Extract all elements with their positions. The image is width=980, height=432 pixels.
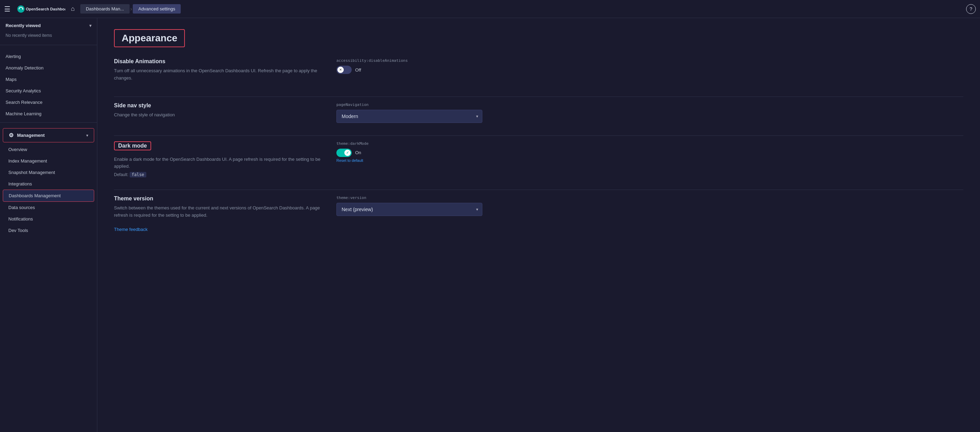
setting-dark-mode-desc: Enable a dark mode for the OpenSearch Da… — [114, 156, 323, 170]
theme-version-select-wrapper: Next (preview) v7 ▾ — [336, 203, 482, 216]
sidebar-item-search-relevance[interactable]: Search Relevance — [0, 97, 97, 108]
setting-theme-version: Theme version Switch between the themes … — [114, 195, 963, 232]
breadcrumb-separator: › — [130, 6, 132, 12]
help-icon[interactable]: ? — [966, 4, 976, 14]
sidebar-sub-item-overview[interactable]: Overview — [0, 144, 97, 155]
no-recently-viewed: No recently viewed items — [0, 32, 97, 42]
sidebar-sub-item-data-sources[interactable]: Data sources — [0, 202, 97, 213]
setting-side-nav-style: Side nav style Change the style of navig… — [114, 102, 963, 123]
management-section-header[interactable]: ⚙ Management ▾ — [3, 128, 94, 142]
sidebar-item-maps[interactable]: Maps — [0, 74, 97, 85]
page-title-box: Appearance — [114, 29, 185, 47]
section-divider-3 — [114, 190, 963, 190]
recently-viewed-label: Recently viewed — [6, 23, 41, 28]
toggle-dark-mode-label: On — [355, 150, 361, 155]
setting-dark-mode-title: Dark mode — [114, 141, 151, 150]
svg-point-1 — [22, 8, 24, 10]
topbar-right: ? — [966, 4, 976, 14]
home-icon[interactable]: ⌂ — [69, 3, 77, 14]
setting-dark-mode: Dark mode Enable a dark mode for the Ope… — [114, 141, 963, 178]
breadcrumb-dashboards-management[interactable]: Dashboards Man... — [80, 4, 130, 14]
recently-viewed-header[interactable]: Recently viewed ▾ — [0, 18, 97, 32]
sidebar-item-alerting[interactable]: Alerting — [0, 51, 97, 62]
setting-dark-mode-default: Default: false — [114, 172, 323, 177]
toggle-row-animations: ✕ Off — [336, 66, 482, 74]
sidebar-sub-item-notifications[interactable]: Notifications — [0, 213, 97, 225]
setting-disable-animations-title: Disable Animations — [114, 58, 323, 65]
management-chevron-icon: ▾ — [86, 133, 88, 138]
gear-icon: ⚙ — [9, 132, 14, 138]
sidebar-item-security-analytics[interactable]: Security Analytics — [0, 85, 97, 97]
sidebar-divider-1 — [0, 45, 97, 45]
recently-viewed-chevron-icon: ▾ — [89, 23, 91, 28]
setting-theme-version-right: theme:version Next (preview) v7 ▾ — [336, 195, 482, 216]
setting-side-nav-left: Side nav style Change the style of navig… — [114, 102, 323, 121]
setting-side-nav-title: Side nav style — [114, 102, 323, 109]
svg-point-0 — [18, 5, 25, 13]
side-nav-select-wrapper: Modern Classic ▾ — [336, 110, 482, 123]
toggle-row-dark-mode: ✓ On — [336, 149, 482, 157]
toggle-slider-on[interactable]: ✓ — [336, 149, 352, 157]
section-divider-1 — [114, 97, 963, 97]
opensearch-logo-svg: OpenSearch Dashboards — [17, 4, 65, 14]
setting-dark-mode-key: theme:darkMode — [336, 141, 482, 146]
setting-theme-version-title: Theme version — [114, 195, 323, 202]
toggle-dark-mode[interactable]: ✓ — [336, 149, 352, 157]
toggle-check-icon: ✓ — [344, 150, 351, 156]
setting-side-nav-desc: Change the style of navigation — [114, 111, 323, 119]
toggle-slider-off[interactable]: ✕ — [336, 66, 352, 74]
sidebar-sub-item-dev-tools[interactable]: Dev Tools — [0, 225, 97, 236]
sidebar: Recently viewed ▾ No recently viewed ite… — [0, 18, 97, 432]
sidebar-item-anomaly-detection[interactable]: Anomaly Detection — [0, 62, 97, 74]
setting-side-nav-right: pageNavigation Modern Classic ▾ — [336, 102, 482, 123]
setting-theme-version-left: Theme version Switch between the themes … — [114, 195, 323, 232]
toggle-disable-animations[interactable]: ✕ — [336, 66, 352, 74]
sidebar-sub-item-integrations[interactable]: Integrations — [0, 178, 97, 190]
sidebar-divider-2 — [0, 122, 97, 122]
breadcrumb-advanced-settings[interactable]: Advanced settings — [133, 4, 181, 14]
setting-disable-animations-left: Disable Animations Turn off all unnecess… — [114, 58, 323, 84]
management-label: Management — [17, 133, 45, 138]
theme-feedback-link[interactable]: Theme feedback — [114, 227, 148, 232]
sidebar-item-machine-learning[interactable]: Machine Learning — [0, 108, 97, 119]
svg-text:OpenSearch Dashboards: OpenSearch Dashboards — [26, 7, 65, 11]
setting-side-nav-key: pageNavigation — [336, 102, 482, 107]
setting-theme-version-desc: Switch between the themes used for the c… — [114, 205, 323, 219]
setting-theme-version-key: theme:version — [336, 195, 482, 200]
setting-disable-animations-right: accessibility:disableAnimations ✕ Off — [336, 58, 482, 74]
setting-disable-animations-desc: Turn off all unnecessary animations in t… — [114, 67, 323, 82]
side-nav-select[interactable]: Modern Classic — [336, 110, 482, 123]
theme-version-select[interactable]: Next (preview) v7 — [336, 203, 482, 216]
setting-disable-animations-key: accessibility:disableAnimations — [336, 58, 482, 63]
app-logo: OpenSearch Dashboards — [17, 4, 65, 14]
toggle-x-icon: ✕ — [337, 67, 344, 73]
setting-dark-mode-left: Dark mode Enable a dark mode for the Ope… — [114, 141, 323, 178]
setting-dark-mode-right: theme:darkMode ✓ On Reset to default — [336, 141, 482, 162]
sidebar-sub-item-index-management[interactable]: Index Management — [0, 155, 97, 167]
sidebar-sub-item-dashboards-management[interactable]: Dashboards Management — [3, 190, 94, 202]
topbar: ☰ OpenSearch Dashboards ⌂ Dashboards Man… — [0, 0, 980, 18]
section-divider-2 — [114, 135, 963, 136]
sidebar-sub-item-snapshot-management[interactable]: Snapshot Management — [0, 167, 97, 178]
page-title: Appearance — [122, 33, 177, 43]
management-header-left: ⚙ Management — [9, 132, 45, 138]
main-content: Appearance Disable Animations Turn off a… — [97, 18, 980, 432]
setting-disable-animations: Disable Animations Turn off all unnecess… — [114, 58, 963, 84]
toggle-animations-label: Off — [355, 67, 361, 73]
layout: Recently viewed ▾ No recently viewed ite… — [0, 18, 980, 432]
reset-to-default-link[interactable]: Reset to default — [336, 158, 482, 162]
breadcrumb: Dashboards Man... › Advanced settings — [80, 4, 181, 14]
hamburger-menu-icon[interactable]: ☰ — [4, 5, 10, 13]
setting-dark-mode-default-value: false — [130, 172, 146, 178]
